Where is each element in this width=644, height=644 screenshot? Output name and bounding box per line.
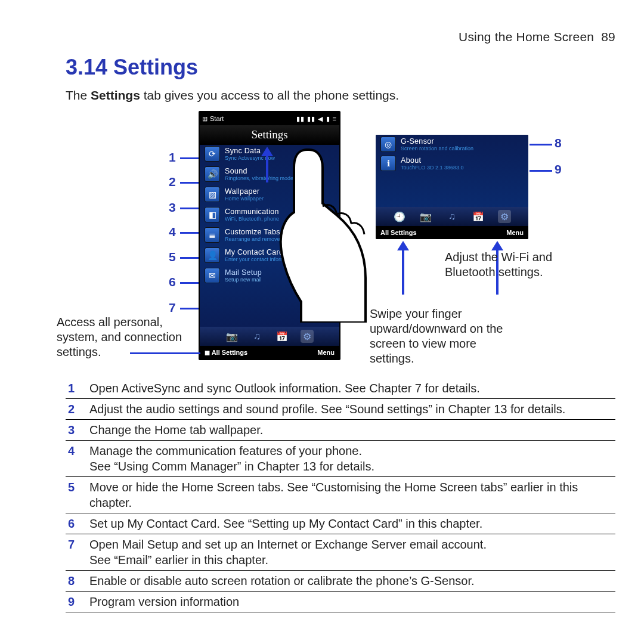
status-bar: ⊞ Start ▮▮ ▮▮ ◀ ▮ ≡: [200, 112, 339, 125]
ref-text: Set up My Contact Card. See “Setting up …: [89, 513, 615, 534]
ref-text: Adjust the audio settings and sound prof…: [89, 399, 615, 420]
section-heading: 3.14 Settings: [66, 55, 615, 80]
item-title: Wallpaper: [225, 187, 264, 196]
annot-swipe: Swipe your finger upward/downward on the…: [370, 306, 507, 366]
ref-text: Change the Home tab wallpaper.: [89, 420, 615, 441]
table-row: 4Manage the communication features of yo…: [66, 441, 615, 477]
left-softkey: All Settings: [212, 349, 248, 356]
item-title: Mail Setup: [225, 268, 262, 277]
settings-item: 👤 My Contact Card Enter your contact inf…: [200, 245, 339, 265]
tab-icon: ♫: [250, 330, 264, 343]
ref-text: Open Mail Setup and set up an Internet o…: [89, 534, 615, 571]
table-row: 8Enable or disable auto screen rotation …: [66, 571, 615, 592]
item-title: G-Sensor: [401, 137, 473, 145]
item-subtitle: Screen rotation and calibration: [401, 145, 473, 151]
page-header: Using the Home Screen 89: [66, 30, 615, 44]
callout-8: 8: [555, 136, 562, 150]
settings-item: ◧ Communication WiFi, Bluetooth, phone: [200, 205, 339, 225]
ref-text: Enable or disable auto screen rotation o…: [89, 571, 615, 592]
item-icon: 👤: [205, 247, 220, 263]
ref-number: 3: [66, 420, 89, 441]
item-icon: ✉: [205, 268, 220, 283]
item-subtitle: WiFi, Bluetooth, phone: [225, 216, 279, 222]
callout-4: 4: [169, 225, 176, 239]
start-label: Start: [210, 115, 224, 122]
table-row: 6Set up My Contact Card. See “Setting up…: [66, 513, 615, 534]
item-subtitle: Rearrange and remove: [225, 236, 280, 242]
tab-icon: 📅: [275, 330, 289, 343]
item-icon: ◧: [205, 207, 220, 222]
tab-icon: 📷: [419, 210, 432, 223]
ref-number: 4: [66, 441, 89, 477]
callout-6: 6: [169, 275, 176, 289]
item-icon: ℹ: [380, 156, 396, 171]
callout-2: 2: [169, 175, 176, 189]
ref-text: Open ActiveSync and sync Outlook informa…: [89, 378, 615, 399]
item-icon: ⟳: [205, 146, 220, 162]
callout-9: 9: [555, 162, 562, 177]
table-row: 7Open Mail Setup and set up an Internet …: [66, 534, 615, 571]
callout-7: 7: [169, 301, 176, 315]
tab-icon: 📷: [225, 330, 239, 343]
bottom-tabs-2: 🕘📷♫📅⚙: [376, 207, 528, 226]
tab-icon: ♫: [445, 210, 459, 223]
item-title: Communication: [225, 208, 279, 216]
phone-screenshot-2: ◎ G-Sensor Screen rotation and calibrati…: [376, 135, 528, 239]
settings-item: ▨ Wallpaper Home wallpaper: [200, 184, 339, 205]
item-icon: ≣: [205, 227, 220, 243]
intro-text: The Settings tab gives you access to all…: [66, 88, 615, 103]
ref-text: Move or hide the Home Screen tabs. See “…: [89, 477, 615, 513]
callout-1: 1: [169, 150, 176, 165]
ref-number: 8: [66, 571, 89, 592]
item-title: My Contact Card: [225, 248, 296, 256]
callout-3: 3: [169, 200, 176, 215]
ref-number: 5: [66, 477, 89, 513]
left-softkey-2: All Settings: [380, 229, 417, 236]
ref-number: 2: [66, 399, 89, 420]
item-subtitle: Setup new mail: [225, 277, 262, 283]
page-number: 89: [601, 30, 615, 44]
table-row: 1Open ActiveSync and sync Outlook inform…: [66, 378, 615, 399]
tab-icon: ⚙: [301, 330, 314, 343]
bottom-tabs: 📷♫📅⚙: [200, 327, 339, 346]
status-icons: ▮▮ ▮▮ ◀ ▮ ≡: [296, 115, 337, 123]
softkey-bar: ◼ All Settings Menu: [200, 346, 339, 359]
ref-number: 7: [66, 534, 89, 571]
item-subtitle: Enter your contact information: [225, 256, 296, 262]
settings-item: ◎ G-Sensor Screen rotation and calibrati…: [376, 135, 528, 154]
item-icon: ▨: [205, 187, 220, 202]
swipe-arrow-icon: [261, 147, 273, 182]
tab-icon: 🕘: [393, 210, 406, 223]
table-row: 2Adjust the audio settings and sound pro…: [66, 399, 615, 420]
settings-item: ✉ Mail Setup Setup new mail: [200, 265, 339, 286]
item-icon: ◎: [380, 137, 396, 152]
table-row: 3Change the Home tab wallpaper.: [66, 420, 615, 441]
right-softkey-2: Menu: [506, 229, 524, 236]
item-subtitle: Home wallpaper: [225, 196, 264, 202]
ref-number: 6: [66, 513, 89, 534]
right-softkey: Menu: [317, 349, 335, 356]
ref-number: 9: [66, 592, 89, 612]
arrow-icon: [397, 241, 409, 295]
ref-text: Manage the communication features of you…: [89, 441, 615, 477]
windows-flag-icon: ⊞: [202, 115, 208, 123]
settings-item: ℹ About TouchFLO 3D 2.1 38683.0: [376, 154, 528, 173]
item-title: Customize Tabs: [225, 228, 280, 236]
item-title: About: [401, 156, 464, 165]
annot-wifi: Adjust the Wi-Fi and Bluetooth settings.: [445, 250, 570, 280]
callout-5: 5: [169, 250, 176, 264]
figure: 1 2 3 4 5 6 7 8 9 ⊞ Start ▮▮ ▮▮ ◀ ▮ ≡ Se…: [66, 111, 615, 373]
tab-icon: 📅: [472, 210, 485, 223]
ref-text: Program version information: [89, 592, 615, 612]
item-subtitle: TouchFLO 3D 2.1 38683.0: [401, 165, 464, 171]
settings-item: ≣ Customize Tabs Rearrange and remove: [200, 225, 339, 245]
screen-title: Settings: [200, 125, 339, 144]
tab-icon: ⚙: [498, 210, 511, 223]
ref-number: 1: [66, 378, 89, 399]
item-icon: 🔊: [205, 166, 220, 182]
table-row: 9Program version information: [66, 592, 615, 612]
reference-table: 1Open ActiveSync and sync Outlook inform…: [66, 378, 615, 612]
section-name: Using the Home Screen: [459, 30, 594, 44]
table-row: 5Move or hide the Home Screen tabs. See …: [66, 477, 615, 513]
settings-list-2: ◎ G-Sensor Screen rotation and calibrati…: [376, 135, 528, 173]
